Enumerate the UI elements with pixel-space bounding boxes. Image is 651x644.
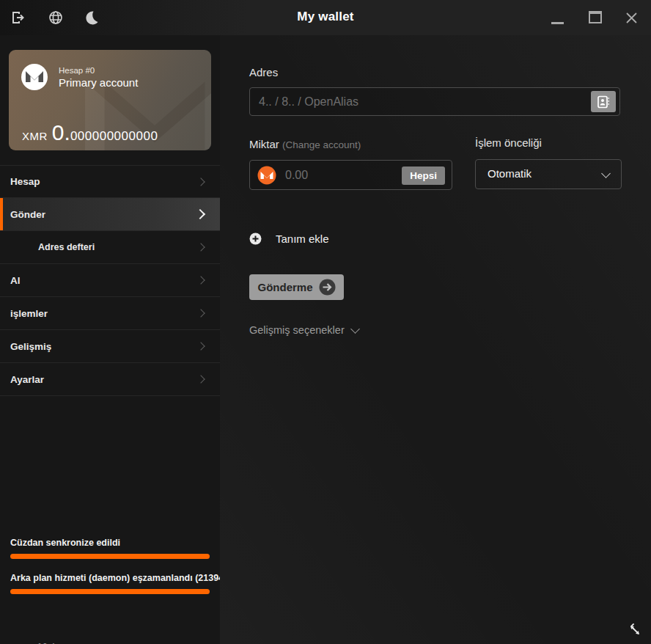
sidebar-item-gelismis[interactable]: Gelişmiş — [0, 330, 220, 363]
sidebar-item-gonder[interactable]: Gönder — [0, 198, 220, 231]
titlebar: My wallet — [0, 0, 651, 35]
minimize-button[interactable] — [551, 22, 564, 24]
send-all-button[interactable]: Hepsi — [402, 167, 445, 185]
arrow-right-circle-icon — [319, 279, 336, 296]
chevron-right-icon — [196, 243, 205, 251]
balance-currency: XMR — [22, 130, 48, 142]
account-number: Hesap #0 — [59, 66, 95, 75]
account-card: Hesap #0 Primary account XMR 0. 00000000… — [9, 50, 211, 150]
add-description-button[interactable]: Tanım ekle — [249, 233, 329, 245]
advanced-options-toggle[interactable]: Gelişmiş seçenekler — [249, 324, 358, 336]
monero-logo-icon — [21, 63, 48, 91]
address-inputbox — [249, 87, 620, 116]
plus-circle-icon — [249, 233, 262, 245]
balance: XMR 0. 000000000000 — [22, 120, 158, 145]
daemon-sync-progressbar — [10, 589, 210, 594]
chevron-right-icon — [196, 178, 205, 186]
amount-label: Miktar (Change account) — [249, 138, 361, 150]
chevron-down-icon — [601, 169, 611, 178]
send-button[interactable]: Gönderme — [249, 274, 344, 300]
daemon-sync-status: Arka plan hizmeti (daemon) eşzamanlandı … — [10, 573, 220, 583]
wallet-sync-progressbar — [10, 554, 210, 559]
address-label: Adres — [249, 66, 278, 78]
wallet-sync-status: Cüzdan senkronize edildi — [10, 538, 220, 548]
address-input[interactable] — [259, 88, 518, 115]
monero-coin-icon — [257, 166, 276, 185]
balance-fraction: 000000000000 — [70, 129, 158, 144]
sidebar-item-hesap[interactable]: Hesap — [0, 165, 220, 198]
chevron-right-icon — [196, 276, 205, 284]
balance-integer: 0. — [52, 120, 70, 145]
selected-indicator — [0, 198, 3, 230]
chevron-right-icon — [196, 309, 205, 317]
account-name: Primary account — [59, 76, 138, 89]
sidebar: Hesap #0 Primary account XMR 0. 00000000… — [0, 35, 220, 644]
sidebar-item-islemler[interactable]: işlemler — [0, 297, 220, 330]
chevron-right-icon — [196, 375, 205, 383]
sidebar-item-ayarlar[interactable]: Ayarlar — [0, 363, 220, 396]
priority-label: İşlem önceliği — [475, 136, 542, 149]
sidebar-item-adres-defteri[interactable]: Adres defteri — [0, 231, 220, 264]
priority-dropdown[interactable]: Otomatik — [475, 159, 622, 189]
send-page: Adres Miktar (Change account) Hepsi İşle… — [220, 35, 651, 644]
amount-inputbox: Hepsi — [249, 160, 452, 190]
sidebar-menu: Hesap Gönder Adres defteri Al işlemler G… — [0, 165, 220, 396]
close-button[interactable] — [624, 10, 639, 29]
amount-input[interactable] — [285, 161, 373, 189]
maximize-button[interactable] — [589, 11, 602, 23]
priority-selected-value: Otomatik — [488, 167, 532, 180]
chevron-right-icon — [196, 342, 205, 350]
resize-handle-icon[interactable] — [628, 623, 642, 637]
sidebar-item-al[interactable]: Al — [0, 264, 220, 297]
change-account-link[interactable]: (Change account) — [282, 139, 361, 150]
address-book-button[interactable] — [591, 91, 616, 112]
chevron-down-icon — [350, 324, 360, 334]
chevron-right-icon — [195, 209, 205, 219]
